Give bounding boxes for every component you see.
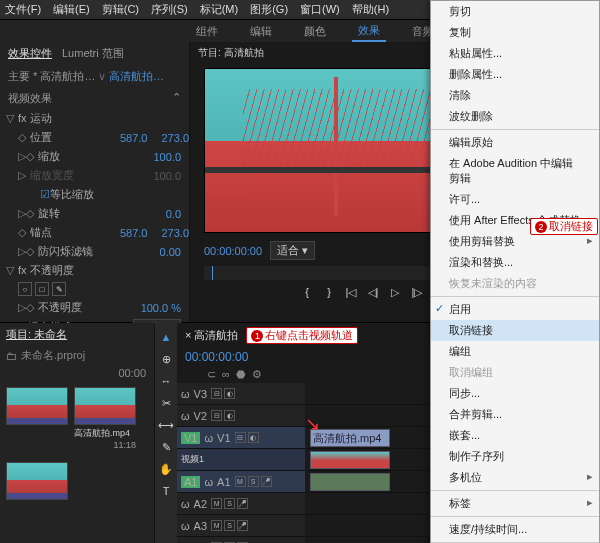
settings-icon[interactable]: ⚙ — [252, 368, 262, 381]
menu-item[interactable]: 编辑(E) — [53, 2, 90, 17]
ellipse-mask-icon[interactable]: ○ — [18, 282, 32, 296]
program-timecode[interactable]: 00:00:00:00 — [204, 245, 262, 257]
context-menu-item[interactable]: 合并剪辑... — [431, 404, 599, 425]
step-back-icon[interactable]: ◁| — [365, 286, 381, 300]
panel-tab[interactable]: Lumetri 范围 — [62, 46, 124, 61]
fx-motion[interactable]: ▽fx 运动 — [0, 109, 189, 128]
source-header: 主要 * 高清航拍… ∨ 高清航拍… — [0, 65, 189, 88]
context-menu-item[interactable]: 剪切 — [431, 1, 599, 22]
tool-icon[interactable]: ✂ — [158, 395, 174, 411]
context-menu-item[interactable]: 取消链接 — [431, 320, 599, 341]
menu-item[interactable]: 图形(G) — [250, 2, 288, 17]
video-clip-thumb[interactable] — [310, 451, 390, 469]
fx-antiflicker[interactable]: ▷◇防闪烁滤镜0.00 — [0, 242, 189, 261]
context-menu-item[interactable]: 复制 — [431, 22, 599, 43]
tool-icon[interactable]: ▲ — [158, 329, 174, 345]
tool-icon[interactable]: ↔ — [158, 373, 174, 389]
context-menu-item: 取消编组 — [431, 362, 599, 383]
zoom-fit-select[interactable]: 适合 ▾ — [270, 241, 315, 260]
project-file: 🗀未命名.prproj — [0, 346, 154, 365]
context-menu-item[interactable]: 标签▸ — [431, 493, 599, 514]
source-link[interactable]: 高清航拍… — [109, 70, 164, 82]
context-menu-item[interactable]: 编辑原始 — [431, 132, 599, 153]
workspace-tab[interactable]: 组件 — [190, 22, 224, 41]
project-panel: 项目: 未命名 🗀未命名.prproj 00:00 高清航拍.mp4 11:18 — [0, 323, 155, 543]
annotation-1: 1右键点击视频轨道 — [246, 327, 358, 344]
context-menu-item[interactable]: 粘贴属性... — [431, 43, 599, 64]
tool-icon[interactable]: ⟷ — [158, 417, 174, 433]
effect-controls-panel: 效果控件Lumetri 范围 主要 * 高清航拍… ∨ 高清航拍… 视频效果 ⌃… — [0, 42, 190, 322]
context-menu-item[interactable]: 渲染和替换... — [431, 252, 599, 273]
track-header-a2[interactable]: ωA2MS🎤 — [177, 493, 305, 515]
project-item-clip[interactable]: 高清航拍.mp4 11:18 — [74, 387, 136, 450]
fx-mask-icons[interactable]: ○□✎ — [0, 280, 189, 298]
context-menu-item[interactable]: 嵌套... — [431, 425, 599, 446]
left-panel-tabs: 效果控件Lumetri 范围 — [0, 42, 189, 65]
tool-icon[interactable]: ⊕ — [158, 351, 174, 367]
mark-in-icon[interactable]: { — [299, 286, 315, 300]
go-in-icon[interactable]: |◁ — [343, 286, 359, 300]
project-timecode: 00:00 — [118, 367, 146, 379]
link-icon[interactable]: ∞ — [222, 368, 230, 381]
context-menu-item[interactable]: 同步... — [431, 383, 599, 404]
fx-opacity-value[interactable]: ▷◇不透明度100.0 % — [0, 298, 189, 317]
context-menu-item: 恢复未渲染的内容 — [431, 273, 599, 294]
menu-item[interactable]: 帮助(H) — [352, 2, 389, 17]
context-menu-item[interactable]: 启用✓ — [431, 299, 599, 320]
fx-position[interactable]: ◇位置587.0273.0 — [0, 128, 189, 147]
sequence-tab[interactable]: × 高清航拍 — [185, 328, 238, 343]
fx-anchor[interactable]: ◇锚点587.0273.0 — [0, 223, 189, 242]
submenu-arrow-icon: ▸ — [587, 470, 593, 483]
project-item-sequence[interactable] — [6, 387, 68, 450]
fx-scale[interactable]: ▷◇缩放100.0 — [0, 147, 189, 166]
workspace-tab[interactable]: 效果 — [352, 21, 386, 42]
annotation-2: 2取消链接 — [530, 218, 598, 235]
context-menu-item[interactable]: 多机位▸ — [431, 467, 599, 488]
project-title[interactable]: 项目: 未命名 — [0, 323, 154, 346]
project-item-clip-2[interactable] — [6, 462, 68, 500]
tool-icon[interactable]: ✋ — [158, 461, 174, 477]
context-menu-item[interactable]: 删除属性... — [431, 64, 599, 85]
marker-icon[interactable]: ⬣ — [236, 368, 246, 381]
menu-item[interactable]: 标记(M) — [200, 2, 239, 17]
track-header-a1[interactable]: A1ωA1MS🎤 — [177, 471, 305, 493]
context-menu-item[interactable]: 制作子序列 — [431, 446, 599, 467]
tool-palette: ▲⊕↔✂⟷✎✋T — [155, 323, 177, 543]
tool-icon[interactable]: T — [158, 483, 174, 499]
video-clip[interactable]: 高清航拍.mp4 [V] — [310, 429, 390, 447]
step-fwd-icon[interactable]: |▷ — [409, 286, 425, 300]
track-header-v3[interactable]: ωV3⊟◐ — [177, 383, 305, 405]
fx-scale-width: ▷缩放宽度100.0 — [0, 166, 189, 185]
menu-item[interactable]: 序列(S) — [151, 2, 188, 17]
fx-opacity-group[interactable]: ▽fx 不透明度 — [0, 261, 189, 280]
workspace-tab[interactable]: 颜色 — [298, 22, 332, 41]
check-icon: ✓ — [435, 302, 444, 315]
context-menu-item[interactable]: 速度/持续时间... — [431, 519, 599, 540]
menu-item[interactable]: 剪辑(C) — [102, 2, 139, 17]
context-menu-item[interactable]: 波纹删除 — [431, 106, 599, 127]
pen-mask-icon[interactable]: ✎ — [52, 282, 66, 296]
context-menu-item[interactable]: 清除 — [431, 85, 599, 106]
context-menu-item[interactable]: 编组 — [431, 341, 599, 362]
fx-rotation[interactable]: ▷◇旋转0.0 — [0, 204, 189, 223]
context-menu-item[interactable]: 许可... — [431, 189, 599, 210]
track-header-a3[interactable]: ωA3MS🎤 — [177, 515, 305, 537]
rect-mask-icon[interactable]: □ — [35, 282, 49, 296]
play-icon[interactable]: ▷ — [387, 286, 403, 300]
fx-uniform-scale[interactable]: ☑ 等比缩放 — [0, 185, 189, 204]
track-header-v1[interactable]: V1ωV1⊟◐ — [177, 427, 305, 449]
mark-out-icon[interactable]: } — [321, 286, 337, 300]
snap-icon[interactable]: ⊂ — [207, 368, 216, 381]
video-effects-header[interactable]: 视频效果 ⌃ — [0, 88, 189, 109]
track-header-a4[interactable]: ωA4MS🎤 — [177, 537, 305, 543]
context-menu-item[interactable]: 在 Adobe Audition 中编辑剪辑 — [431, 153, 599, 189]
tool-icon[interactable]: ✎ — [158, 439, 174, 455]
workspace-tab[interactable]: 编辑 — [244, 22, 278, 41]
audio-clip[interactable] — [310, 473, 390, 491]
track-header-v2[interactable]: ωV2⊟◐ — [177, 405, 305, 427]
menu-item[interactable]: 文件(F) — [5, 2, 41, 17]
panel-tab[interactable]: 效果控件 — [8, 46, 52, 61]
track-headers: ωV3⊟◐ ωV2⊟◐ V1ωV1⊟◐ 视频1 A1ωA1MS🎤 ωA2MS🎤 … — [177, 383, 305, 543]
menu-item[interactable]: 窗口(W) — [300, 2, 340, 17]
submenu-arrow-icon: ▸ — [587, 234, 593, 247]
